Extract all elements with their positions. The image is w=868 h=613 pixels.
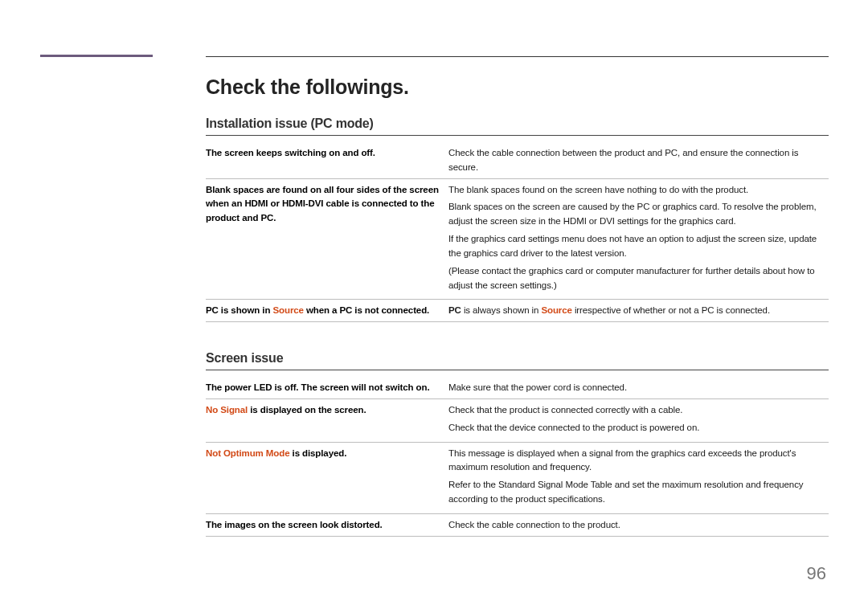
text-span: when a PC is not connected. — [304, 305, 429, 315]
text-span: This message is displayed when a signal … — [448, 448, 796, 472]
text-span: The blank spaces found on the screen hav… — [448, 185, 748, 194]
row-right: Make sure that the power cord is connect… — [448, 381, 829, 395]
section-rule — [206, 370, 829, 370]
text-span: The power LED is off. The screen will no… — [206, 382, 430, 392]
row-right-para: Blank spaces on the screen are caused by… — [448, 200, 829, 229]
table-row: The screen keeps switching on and off.Ch… — [206, 142, 829, 179]
text-span: PC is shown in — [206, 305, 272, 315]
row-right-para: This message is displayed when a signal … — [448, 447, 829, 476]
table-row: The images on the screen look distorted.… — [206, 514, 829, 537]
page-title: Check the followings. — [206, 76, 829, 99]
text-span: Check the cable connection to the produc… — [448, 520, 620, 529]
page-number: 96 — [807, 563, 826, 584]
row-left: PC is shown in Source when a PC is not c… — [206, 304, 439, 318]
text-span: Blank spaces on the screen are caused by… — [448, 202, 817, 226]
row-left: The power LED is off. The screen will no… — [206, 381, 439, 395]
row-right-para: Refer to the Standard Signal Mode Table … — [448, 478, 829, 507]
row-left: No Signal is displayed on the screen. — [206, 403, 439, 439]
row-right-para: The blank spaces found on the screen hav… — [448, 183, 829, 198]
text-span: Check the cable connection between the p… — [448, 148, 798, 172]
row-right: The blank spaces found on the screen hav… — [448, 183, 829, 296]
page-content: Check the followings. Installation issue… — [206, 76, 829, 537]
text-span: Source — [272, 305, 303, 315]
text-span: is displayed. — [289, 448, 346, 458]
row-right: Check the cable connection to the produc… — [448, 518, 829, 533]
section-rule — [206, 135, 829, 136]
text-span: (Please contact the graphics card or com… — [448, 266, 815, 290]
text-span: Make sure that the power cord is connect… — [448, 382, 627, 392]
top-rule — [206, 56, 829, 57]
text-span: Blank spaces are found on all four sides… — [206, 185, 439, 223]
row-left: Blank spaces are found on all four sides… — [206, 183, 439, 296]
section-title: Installation issue (PC mode) — [206, 116, 829, 131]
table-row: The power LED is off. The screen will no… — [206, 377, 829, 399]
table-row: Not Optimum Mode is displayed.This messa… — [206, 443, 829, 514]
row-right-para: Check that the device connected to the p… — [448, 421, 829, 435]
section-title: Screen issue — [206, 351, 829, 366]
table-row: PC is shown in Source when a PC is not c… — [206, 300, 829, 322]
row-right-para: If the graphics card settings menu does … — [448, 232, 829, 261]
row-right: PC is always shown in Source irrespectiv… — [448, 304, 829, 318]
text-span: is displayed on the screen. — [248, 405, 366, 415]
row-left: Not Optimum Mode is displayed. — [206, 447, 439, 510]
text-span: No Signal — [206, 405, 248, 415]
text-span: The images on the screen look distorted. — [206, 520, 383, 529]
row-left: The screen keeps switching on and off. — [206, 146, 439, 175]
row-right-para: (Please contact the graphics card or com… — [448, 264, 829, 293]
text-span: If the graphics card settings menu does … — [448, 234, 817, 258]
text-span: PC — [448, 305, 461, 315]
text-span: is always shown in — [461, 305, 542, 315]
row-right: Check that the product is connected corr… — [448, 403, 829, 439]
text-span: Refer to the Standard Signal Mode Table … — [448, 480, 803, 504]
text-span: Not Optimum Mode — [206, 448, 289, 458]
text-span: Check that the product is connected corr… — [448, 405, 682, 415]
text-span: Source — [541, 305, 571, 315]
text-span: irrespective of whether or not a PC is c… — [572, 305, 770, 315]
row-right: Check the cable connection between the p… — [448, 146, 829, 175]
table-row: No Signal is displayed on the screen.Che… — [206, 399, 829, 443]
table-row: Blank spaces are found on all four sides… — [206, 179, 829, 300]
row-right: This message is displayed when a signal … — [448, 447, 829, 510]
row-left: The images on the screen look distorted. — [206, 518, 439, 533]
text-span: The screen keeps switching on and off. — [206, 148, 375, 157]
row-right-para: Check that the product is connected corr… — [448, 403, 829, 418]
accent-bar — [40, 55, 153, 57]
text-span: Check that the device connected to the p… — [448, 423, 699, 432]
